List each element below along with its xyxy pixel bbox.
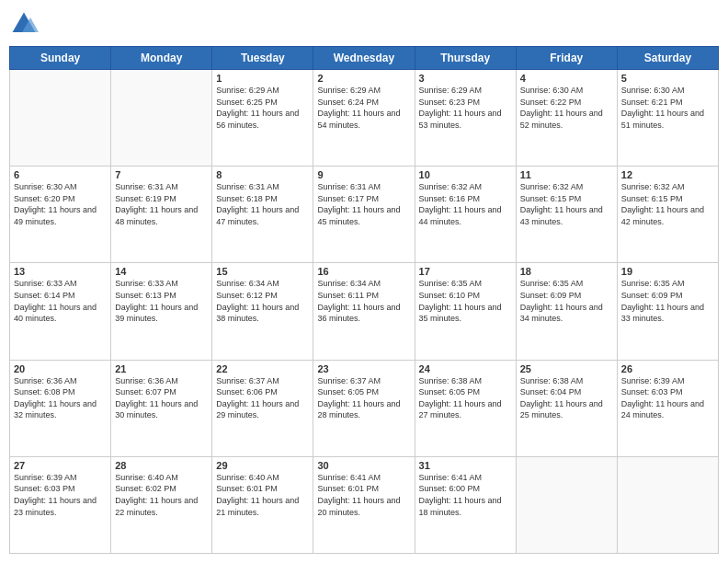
header (9, 9, 719, 39)
day-cell: 9Sunrise: 6:31 AMSunset: 6:17 PMDaylight… (313, 167, 415, 263)
day-cell: 15Sunrise: 6:34 AMSunset: 6:12 PMDayligh… (212, 263, 313, 360)
day-info: Sunrise: 6:41 AMSunset: 6:00 PMDaylight:… (419, 472, 512, 518)
weekday-header-tuesday: Tuesday (212, 47, 313, 70)
weekday-header-thursday: Thursday (415, 47, 516, 70)
day-info: Sunrise: 6:41 AMSunset: 6:01 PMDaylight:… (317, 472, 410, 518)
week-row-1: 1Sunrise: 6:29 AMSunset: 6:25 PMDaylight… (10, 70, 719, 167)
day-number: 25 (520, 363, 613, 374)
day-info: Sunrise: 6:34 AMSunset: 6:12 PMDaylight:… (216, 278, 309, 324)
day-number: 17 (419, 266, 512, 277)
day-number: 14 (115, 266, 208, 277)
day-number: 29 (216, 460, 309, 471)
day-info: Sunrise: 6:33 AMSunset: 6:14 PMDaylight:… (14, 278, 107, 324)
day-info: Sunrise: 6:32 AMSunset: 6:15 PMDaylight:… (520, 181, 613, 227)
day-cell (111, 70, 212, 167)
day-info: Sunrise: 6:32 AMSunset: 6:16 PMDaylight:… (419, 181, 512, 227)
day-info: Sunrise: 6:29 AMSunset: 6:23 PMDaylight:… (419, 85, 512, 131)
day-cell (617, 456, 718, 553)
day-number: 6 (14, 169, 107, 180)
day-number: 18 (520, 266, 613, 277)
day-cell: 21Sunrise: 6:36 AMSunset: 6:07 PMDayligh… (111, 360, 212, 456)
day-info: Sunrise: 6:33 AMSunset: 6:13 PMDaylight:… (115, 278, 208, 324)
day-number: 5 (621, 73, 714, 84)
week-row-4: 20Sunrise: 6:36 AMSunset: 6:08 PMDayligh… (10, 360, 719, 456)
day-number: 16 (317, 266, 410, 277)
day-cell: 7Sunrise: 6:31 AMSunset: 6:19 PMDaylight… (111, 167, 212, 263)
day-cell: 16Sunrise: 6:34 AMSunset: 6:11 PMDayligh… (313, 263, 415, 360)
day-number: 4 (520, 73, 613, 84)
day-number: 3 (419, 73, 512, 84)
weekday-header-wednesday: Wednesday (313, 47, 415, 70)
day-info: Sunrise: 6:30 AMSunset: 6:21 PMDaylight:… (621, 85, 714, 131)
day-number: 12 (621, 169, 714, 180)
day-info: Sunrise: 6:31 AMSunset: 6:17 PMDaylight:… (317, 181, 410, 227)
day-cell: 23Sunrise: 6:37 AMSunset: 6:05 PMDayligh… (313, 360, 415, 456)
day-cell: 19Sunrise: 6:35 AMSunset: 6:09 PMDayligh… (617, 263, 718, 360)
day-info: Sunrise: 6:36 AMSunset: 6:07 PMDaylight:… (115, 375, 208, 421)
day-info: Sunrise: 6:35 AMSunset: 6:09 PMDaylight:… (621, 278, 714, 324)
day-number: 31 (419, 460, 512, 471)
day-number: 2 (317, 73, 410, 84)
day-info: Sunrise: 6:37 AMSunset: 6:06 PMDaylight:… (216, 375, 309, 421)
day-info: Sunrise: 6:30 AMSunset: 6:20 PMDaylight:… (14, 181, 107, 227)
weekday-header-sunday: Sunday (10, 47, 111, 70)
day-number: 13 (14, 266, 107, 277)
day-info: Sunrise: 6:34 AMSunset: 6:11 PMDaylight:… (317, 278, 410, 324)
day-cell: 10Sunrise: 6:32 AMSunset: 6:16 PMDayligh… (415, 167, 516, 263)
day-cell: 14Sunrise: 6:33 AMSunset: 6:13 PMDayligh… (111, 263, 212, 360)
weekday-header-monday: Monday (111, 47, 212, 70)
day-cell: 6Sunrise: 6:30 AMSunset: 6:20 PMDaylight… (10, 167, 111, 263)
day-number: 19 (621, 266, 714, 277)
day-number: 30 (317, 460, 410, 471)
day-cell: 31Sunrise: 6:41 AMSunset: 6:00 PMDayligh… (415, 456, 516, 553)
day-cell: 24Sunrise: 6:38 AMSunset: 6:05 PMDayligh… (415, 360, 516, 456)
day-number: 15 (216, 266, 309, 277)
day-cell: 4Sunrise: 6:30 AMSunset: 6:22 PMDaylight… (516, 70, 617, 167)
weekday-header-saturday: Saturday (617, 47, 718, 70)
day-info: Sunrise: 6:35 AMSunset: 6:10 PMDaylight:… (419, 278, 512, 324)
day-info: Sunrise: 6:40 AMSunset: 6:02 PMDaylight:… (115, 472, 208, 518)
day-cell: 29Sunrise: 6:40 AMSunset: 6:01 PMDayligh… (212, 456, 313, 553)
day-cell: 17Sunrise: 6:35 AMSunset: 6:10 PMDayligh… (415, 263, 516, 360)
day-number: 7 (115, 169, 208, 180)
day-number: 21 (115, 363, 208, 374)
day-number: 10 (419, 169, 512, 180)
day-number: 1 (216, 73, 309, 84)
day-number: 11 (520, 169, 613, 180)
day-info: Sunrise: 6:40 AMSunset: 6:01 PMDaylight:… (216, 472, 309, 518)
day-number: 20 (14, 363, 107, 374)
day-cell: 2Sunrise: 6:29 AMSunset: 6:24 PMDaylight… (313, 70, 415, 167)
day-number: 27 (14, 460, 107, 471)
day-cell: 20Sunrise: 6:36 AMSunset: 6:08 PMDayligh… (10, 360, 111, 456)
day-cell: 28Sunrise: 6:40 AMSunset: 6:02 PMDayligh… (111, 456, 212, 553)
day-number: 28 (115, 460, 208, 471)
calendar-table: SundayMondayTuesdayWednesdayThursdayFrid… (9, 46, 719, 554)
day-cell: 25Sunrise: 6:38 AMSunset: 6:04 PMDayligh… (516, 360, 617, 456)
day-cell: 13Sunrise: 6:33 AMSunset: 6:14 PMDayligh… (10, 263, 111, 360)
weekday-header-friday: Friday (516, 47, 617, 70)
page: SundayMondayTuesdayWednesdayThursdayFrid… (0, 0, 728, 563)
day-info: Sunrise: 6:29 AMSunset: 6:24 PMDaylight:… (317, 85, 410, 131)
day-info: Sunrise: 6:31 AMSunset: 6:19 PMDaylight:… (115, 181, 208, 227)
day-number: 26 (621, 363, 714, 374)
day-cell: 30Sunrise: 6:41 AMSunset: 6:01 PMDayligh… (313, 456, 415, 553)
day-info: Sunrise: 6:29 AMSunset: 6:25 PMDaylight:… (216, 85, 309, 131)
day-cell: 3Sunrise: 6:29 AMSunset: 6:23 PMDaylight… (415, 70, 516, 167)
day-cell: 27Sunrise: 6:39 AMSunset: 6:03 PMDayligh… (10, 456, 111, 553)
day-cell: 26Sunrise: 6:39 AMSunset: 6:03 PMDayligh… (617, 360, 718, 456)
week-row-2: 6Sunrise: 6:30 AMSunset: 6:20 PMDaylight… (10, 167, 719, 263)
day-info: Sunrise: 6:39 AMSunset: 6:03 PMDaylight:… (621, 375, 714, 421)
day-number: 24 (419, 363, 512, 374)
day-cell: 11Sunrise: 6:32 AMSunset: 6:15 PMDayligh… (516, 167, 617, 263)
day-number: 8 (216, 169, 309, 180)
week-row-5: 27Sunrise: 6:39 AMSunset: 6:03 PMDayligh… (10, 456, 719, 553)
day-info: Sunrise: 6:39 AMSunset: 6:03 PMDaylight:… (14, 472, 107, 518)
logo (9, 9, 42, 39)
week-row-3: 13Sunrise: 6:33 AMSunset: 6:14 PMDayligh… (10, 263, 719, 360)
day-info: Sunrise: 6:38 AMSunset: 6:05 PMDaylight:… (419, 375, 512, 421)
day-cell: 5Sunrise: 6:30 AMSunset: 6:21 PMDaylight… (617, 70, 718, 167)
day-info: Sunrise: 6:32 AMSunset: 6:15 PMDaylight:… (621, 181, 714, 227)
day-cell: 18Sunrise: 6:35 AMSunset: 6:09 PMDayligh… (516, 263, 617, 360)
day-cell: 22Sunrise: 6:37 AMSunset: 6:06 PMDayligh… (212, 360, 313, 456)
day-number: 22 (216, 363, 309, 374)
